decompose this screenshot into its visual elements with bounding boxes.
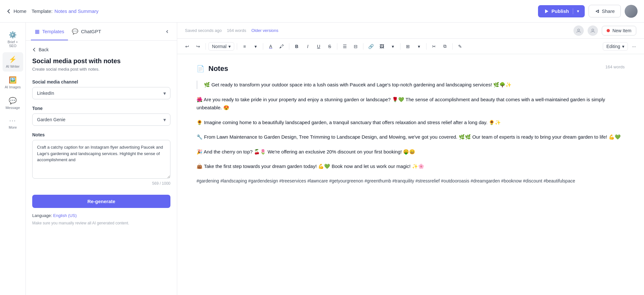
- bold-button[interactable]: B: [292, 42, 302, 51]
- editor-content: 📄 Notes 164 words 🌿 Get ready to transfo…: [177, 54, 644, 295]
- highlight-button[interactable]: 🖍: [277, 42, 286, 51]
- image-dropdown-button[interactable]: ▾: [388, 42, 398, 51]
- header-right: Publish ▾ Share: [538, 5, 638, 18]
- editor-toolbar: ↩ ↪ Normal ▾ ≡ ▾ A 🖍 B I U S ☰ ⊟ 🔗 🖼 ▾: [177, 39, 644, 54]
- more-icon: ···: [9, 117, 16, 124]
- brief-seo-icon: ⚙️: [9, 31, 17, 39]
- copy-button[interactable]: ⧉: [440, 42, 450, 51]
- image-button[interactable]: 🖼: [377, 42, 387, 51]
- tab-chatgpt[interactable]: 💬 ChatGPT: [68, 23, 105, 40]
- message-icon: 💬: [9, 97, 17, 104]
- tab-templates[interactable]: ▦ Templates: [31, 23, 68, 40]
- toolbar-divider-4: [289, 43, 289, 50]
- align-dropdown-button[interactable]: ▾: [251, 42, 260, 51]
- doc-title-left: 📄 Notes: [197, 64, 228, 73]
- breadcrumb-template-name: Notes and Summary: [54, 8, 99, 14]
- sidebar-label-more: More: [9, 125, 17, 129]
- avatar[interactable]: [625, 5, 638, 18]
- format-select[interactable]: Normal ▾: [208, 42, 234, 51]
- collapse-icon: [165, 29, 170, 34]
- publish-chevron-icon: ▾: [577, 9, 579, 14]
- link-button[interactable]: 🔗: [366, 42, 376, 51]
- collaborator-icon-2[interactable]: [588, 25, 598, 36]
- user-icon: [576, 28, 581, 33]
- icon-sidebar: ⚙️ Brief + SEO ⚡ AI Writer 🖼️ AI Images …: [0, 23, 26, 295]
- home-link[interactable]: Home: [6, 8, 26, 14]
- notes-textarea[interactable]: Craft a catchy caption for an Instagram …: [32, 140, 170, 179]
- chatgpt-tab-label: ChatGPT: [81, 29, 101, 34]
- language-prefix: Language:: [32, 213, 52, 218]
- content-paragraph-1: 🌿 Get ready to transform your outdoor sp…: [197, 81, 625, 89]
- content-paragraph-4: 🔧 From Lawn Maintenance to Garden Design…: [197, 133, 625, 141]
- edit-icon[interactable]: ✎: [455, 42, 465, 51]
- toolbar-divider-5: [337, 43, 337, 50]
- back-label: Back: [39, 47, 49, 52]
- publish-icon: [544, 9, 549, 14]
- regenerate-button[interactable]: Re-generate: [32, 195, 170, 208]
- sidebar-item-ai-writer[interactable]: ⚡ AI Writer: [3, 52, 23, 72]
- text-color-button[interactable]: A: [266, 42, 275, 51]
- new-item-button[interactable]: New Item: [602, 26, 636, 35]
- collapse-panel-button[interactable]: [163, 27, 172, 36]
- document-title-bar: 📄 Notes 164 words: [197, 64, 625, 73]
- user-icon-2: [590, 28, 595, 33]
- tone-form-group: Tone Garden Genie Professional Casual Fu…: [32, 106, 170, 126]
- share-icon: [595, 9, 600, 14]
- redo-button[interactable]: ↪: [193, 42, 203, 51]
- panel-tabs: ▦ Templates 💬 ChatGPT: [26, 23, 177, 41]
- strikethrough-button[interactable]: S: [325, 42, 334, 51]
- ordered-list-button[interactable]: ⊟: [351, 42, 360, 51]
- table-dropdown-button[interactable]: ▾: [414, 42, 424, 51]
- editing-label: Editing: [606, 44, 620, 49]
- header-left: Home Template: Notes and Summary: [6, 8, 99, 14]
- editing-select[interactable]: Editing ▾: [603, 42, 628, 51]
- notes-label: Notes: [32, 132, 170, 137]
- notes-form-group: Notes Craft a catchy caption for an Inst…: [32, 132, 170, 186]
- back-link[interactable]: Back: [32, 47, 170, 52]
- ai-writer-icon: ⚡: [9, 55, 17, 63]
- editor-area: Saved seconds ago 164 words Older versio…: [177, 23, 644, 295]
- underline-button[interactable]: U: [314, 42, 323, 51]
- channel-select[interactable]: LinkedIn Twitter Facebook Instagram: [32, 87, 170, 99]
- clear-format-button[interactable]: ✂: [429, 42, 439, 51]
- more-options-button[interactable]: ···: [629, 42, 639, 51]
- toolbar-divider-1: [206, 43, 206, 50]
- table-button[interactable]: ⊞: [403, 42, 413, 51]
- sidebar-item-more[interactable]: ··· More: [3, 114, 23, 133]
- undo-button[interactable]: ↩: [182, 42, 192, 51]
- toolbar-divider-2: [237, 43, 237, 50]
- publish-button[interactable]: Publish ▾: [538, 5, 585, 17]
- format-chevron-icon: ▾: [228, 44, 231, 49]
- editor-meta: Saved seconds ago 164 words Older versio…: [185, 28, 278, 33]
- sidebar-label-brief-seo: Brief + SEO: [4, 40, 22, 48]
- align-button[interactable]: ≡: [240, 42, 249, 51]
- language-link[interactable]: English (US): [53, 213, 77, 218]
- collaborator-icon-1[interactable]: [573, 25, 584, 36]
- sidebar-item-ai-images[interactable]: 🖼️ AI Images: [3, 73, 23, 92]
- sidebar-item-message[interactable]: 💬 Message: [3, 93, 23, 113]
- document-word-count: 164 words: [605, 64, 625, 69]
- toolbar-divider-6: [363, 43, 363, 50]
- italic-button[interactable]: I: [303, 42, 312, 51]
- new-item-label: New Item: [612, 28, 631, 33]
- tone-label: Tone: [32, 106, 170, 111]
- panel-content: Back Social media post with notes Create…: [26, 41, 177, 295]
- main-area: ⚙️ Brief + SEO ⚡ AI Writer 🖼️ AI Images …: [0, 23, 644, 295]
- channel-select-wrapper: LinkedIn Twitter Facebook Instagram ▾: [32, 87, 170, 99]
- sidebar-item-brief-seo[interactable]: ⚙️ Brief + SEO: [3, 28, 23, 51]
- sidebar-label-message: Message: [5, 106, 20, 110]
- toolbar-divider-3: [263, 43, 263, 50]
- older-versions-link[interactable]: Older versions: [251, 28, 278, 33]
- breadcrumb-prefix: Template:: [32, 8, 53, 14]
- content-paragraph-6: 👜 Take the first step towards your dream…: [197, 162, 625, 171]
- bullet-list-button[interactable]: ☰: [340, 42, 350, 51]
- templates-tab-icon: ▦: [35, 28, 40, 34]
- sidebar-label-ai-images: AI Images: [5, 85, 21, 89]
- channel-form-group: Social media channel LinkedIn Twitter Fa…: [32, 79, 170, 99]
- share-button[interactable]: Share: [589, 5, 621, 17]
- publish-divider: [573, 8, 573, 14]
- tone-select[interactable]: Garden Genie Professional Casual Funny: [32, 113, 170, 126]
- publish-label: Publish: [552, 8, 569, 14]
- editor-actions: New Item: [573, 25, 636, 36]
- channel-label: Social media channel: [32, 79, 170, 84]
